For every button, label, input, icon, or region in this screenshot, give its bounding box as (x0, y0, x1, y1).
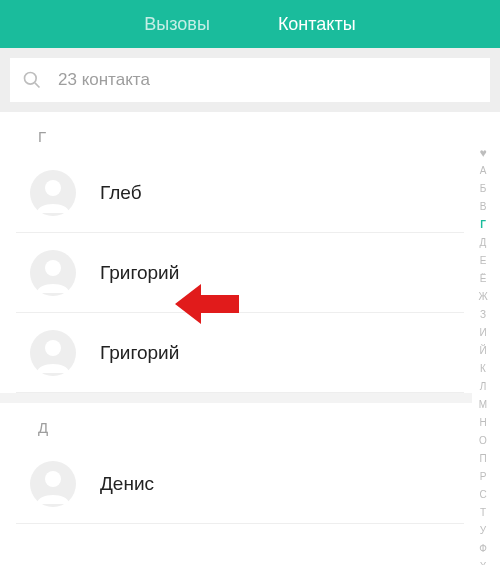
header-tabs: Вызовы Контакты (0, 0, 500, 48)
section-header: Д (8, 403, 464, 444)
contact-name: Глеб (100, 182, 142, 204)
alpha-letter[interactable]: Х (480, 558, 487, 565)
alpha-letter[interactable]: З (480, 306, 486, 324)
alpha-letter[interactable]: П (479, 450, 486, 468)
alpha-letter[interactable]: Й (479, 342, 486, 360)
alpha-letter[interactable]: Т (480, 504, 486, 522)
heart-icon[interactable]: ♥ (479, 144, 486, 162)
svg-point-4 (45, 340, 61, 356)
alpha-letter[interactable]: С (479, 486, 486, 504)
avatar (30, 330, 76, 376)
contact-list[interactable]: Г Глеб Григорий Григорий Д Денис (0, 112, 500, 524)
contact-row[interactable]: Григорий (8, 313, 464, 393)
svg-line-1 (35, 83, 40, 88)
alpha-letter[interactable]: О (479, 432, 487, 450)
contact-name: Григорий (100, 262, 179, 284)
tab-contacts[interactable]: Контакты (274, 2, 360, 47)
alpha-letter[interactable]: М (479, 396, 487, 414)
avatar (30, 170, 76, 216)
alpha-letter[interactable]: А (480, 162, 487, 180)
alpha-letter[interactable]: Ф (479, 540, 487, 558)
section-header: Г (8, 112, 464, 153)
search-bar[interactable] (10, 58, 490, 102)
alpha-letter[interactable]: И (479, 324, 486, 342)
search-input[interactable] (58, 70, 478, 90)
alpha-letter[interactable]: Р (480, 468, 487, 486)
contact-name: Григорий (100, 342, 179, 364)
alpha-letter[interactable]: К (480, 360, 486, 378)
alpha-letter[interactable]: Б (480, 180, 487, 198)
contact-row[interactable]: Глеб (8, 153, 464, 233)
alpha-letter[interactable]: Е (480, 252, 487, 270)
alpha-letter[interactable]: В (480, 198, 487, 216)
svg-point-0 (25, 73, 37, 85)
alpha-letter[interactable]: Ж (478, 288, 487, 306)
alpha-letter-current[interactable]: Г (480, 216, 486, 234)
avatar (30, 250, 76, 296)
svg-point-3 (45, 260, 61, 276)
alpha-letter[interactable]: Д (480, 234, 487, 252)
svg-point-5 (45, 471, 61, 487)
alpha-letter[interactable]: Ё (480, 270, 487, 288)
contact-name: Денис (100, 473, 154, 495)
alpha-index[interactable]: ♥ А Б В Г Д Е Ё Ж З И Й К Л М Н О П Р С … (470, 144, 496, 565)
contact-row[interactable]: Григорий (8, 233, 464, 313)
svg-point-2 (45, 180, 61, 196)
contact-row[interactable]: Денис (8, 444, 464, 524)
section-divider (0, 393, 472, 403)
tab-calls[interactable]: Вызовы (140, 2, 214, 47)
alpha-letter[interactable]: У (480, 522, 486, 540)
search-icon (22, 70, 42, 90)
search-bar-wrap (0, 48, 500, 112)
contact-list-container: Г Глеб Григорий Григорий Д Денис (0, 112, 500, 565)
alpha-letter[interactable]: Л (480, 378, 487, 396)
alpha-letter[interactable]: Н (479, 414, 486, 432)
avatar (30, 461, 76, 507)
